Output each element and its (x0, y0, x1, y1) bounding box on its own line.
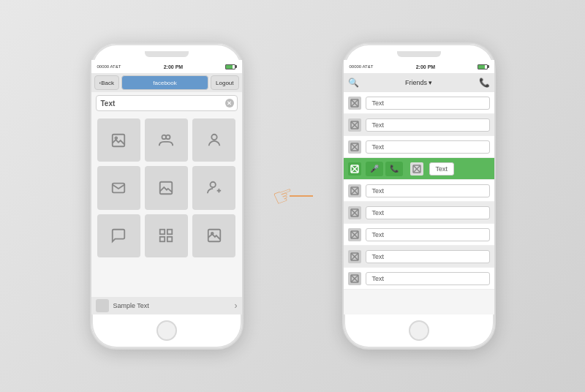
contact-icon-0 (348, 97, 361, 110)
right-phone: 00000 AT&T 2:00 PM 🔍 Friends ▾ 📞 (342, 42, 496, 350)
contact-actions: 🎤 📞 (366, 162, 403, 176)
person-add-icon-cell[interactable] (192, 166, 235, 209)
arrow-container: ☞ (273, 182, 313, 210)
contact-text-6: Text (366, 228, 490, 241)
battery-right (478, 64, 488, 69)
sample-text-label: Sample Text (112, 302, 232, 309)
contact-row[interactable]: Text (344, 246, 494, 268)
status-bar-left: 00000 AT&T 2:00 PM (91, 60, 242, 73)
home-button-right[interactable] (409, 320, 429, 341)
top-notch-right (397, 51, 441, 57)
chat-icon-cell[interactable] (97, 214, 140, 257)
left-screen: ‹ Back facebook Logout Text ✕ (91, 73, 242, 314)
contact-row[interactable]: Text (344, 92, 494, 114)
battery-left (225, 64, 235, 69)
search-bar-left[interactable]: Text ✕ (96, 95, 238, 111)
svg-rect-10 (160, 230, 165, 234)
home-button-left[interactable] (156, 320, 177, 341)
contact-text-8: Text (366, 272, 490, 285)
left-phone: 00000 AT&T 2:00 PM ‹ Back facebook (90, 42, 244, 350)
svg-point-3 (166, 135, 170, 139)
call-button[interactable]: 📞 (385, 162, 403, 176)
photos-icon-cell[interactable] (97, 118, 140, 162)
friends-label: Friends ▾ (362, 79, 476, 86)
image-icon-cell[interactable] (145, 166, 188, 209)
top-notch (145, 51, 189, 57)
phone-icon-nav[interactable]: 📞 (479, 78, 490, 88)
contact-icon-1 (348, 118, 361, 132)
contact-icon-7 (348, 250, 361, 263)
battery-icon-left (225, 64, 235, 69)
people-icon-cell[interactable] (145, 118, 188, 162)
time-right: 2:00 PM (416, 64, 435, 69)
contact-row-active[interactable]: 🎤 📞 Text (344, 158, 494, 180)
right-screen: 🔍 Friends ▾ 📞 Text (344, 73, 494, 314)
icon-grid (91, 114, 242, 262)
svg-point-4 (211, 134, 216, 139)
logout-button[interactable]: Logout (211, 75, 238, 90)
battery-icon-right (478, 64, 488, 69)
contact-row[interactable]: Text (344, 202, 494, 224)
left-navbar: ‹ Back facebook Logout (91, 73, 242, 92)
svg-point-1 (116, 137, 118, 139)
bottom-arrow-icon: › (235, 301, 238, 311)
contact-icon-3 (348, 162, 361, 176)
contact-row[interactable]: Text (344, 224, 494, 246)
contact-icon-6 (348, 228, 361, 241)
status-bar-right: 00000 AT&T 2:00 PM (344, 60, 494, 73)
svg-rect-11 (167, 230, 172, 234)
contact-icon-4 (348, 184, 361, 197)
contact-row[interactable]: Text (344, 136, 494, 158)
contact-row[interactable]: Text (344, 180, 494, 202)
clear-button[interactable]: ✕ (225, 99, 234, 108)
carrier-left: 00000 AT&T (97, 64, 121, 69)
contact-text-5: Text (366, 206, 490, 219)
contact-text-1: Text (366, 118, 490, 132)
mail-icon-cell[interactable] (97, 166, 140, 209)
facebook-button[interactable]: facebook (121, 75, 208, 90)
contact-icon-2 (348, 140, 361, 154)
contact-text-4: Text (366, 184, 490, 197)
contact-icon-5 (348, 206, 361, 219)
contact-icon-3b (410, 162, 423, 176)
contact-text-2: Text (366, 140, 490, 154)
contact-icon-8 (348, 272, 361, 285)
carrier-right: 00000 AT&T (350, 64, 374, 69)
right-navbar: 🔍 Friends ▾ 📞 (344, 73, 494, 92)
svg-rect-13 (167, 237, 172, 241)
contact-text-0: Text (366, 97, 490, 110)
hand-pointer-icon: ☞ (268, 179, 298, 213)
grid-icon-cell[interactable] (145, 214, 188, 257)
svg-point-7 (210, 182, 215, 187)
contact-list: Text Text (344, 92, 494, 314)
svg-rect-12 (160, 237, 165, 241)
active-text-box: Text (429, 162, 455, 176)
gallery-icon-cell[interactable] (192, 214, 235, 257)
person-icon-cell[interactable] (192, 118, 235, 162)
svg-rect-6 (160, 182, 173, 195)
contact-row[interactable]: Text (344, 114, 494, 136)
back-button[interactable]: ‹ Back (94, 75, 119, 90)
contact-text-7: Text (366, 250, 490, 263)
bottom-thumb (96, 299, 109, 312)
search-icon-right[interactable]: 🔍 (348, 78, 359, 88)
left-bottom-bar: Sample Text › (91, 297, 242, 314)
mic-button[interactable]: 🎤 (366, 162, 383, 176)
time-left: 2:00 PM (164, 64, 183, 69)
contact-row[interactable]: Text (344, 268, 494, 290)
